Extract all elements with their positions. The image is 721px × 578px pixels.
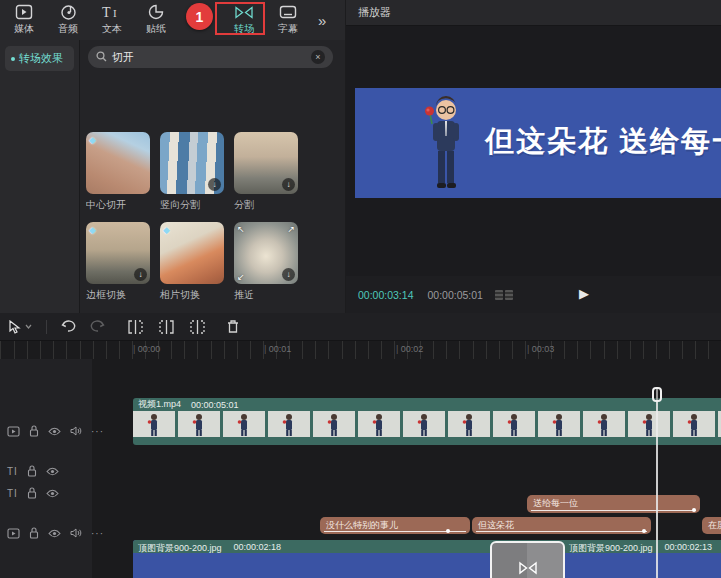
filmstrip-frame bbox=[493, 411, 538, 437]
ruler-tick-label: 00:03 bbox=[527, 344, 554, 354]
transition-item[interactable]: ↖ ↗ ↙ ↓ 推近 bbox=[234, 222, 298, 302]
delete-button[interactable] bbox=[226, 319, 240, 334]
transition-bowtie-icon bbox=[234, 5, 254, 20]
duration-line bbox=[531, 510, 696, 512]
filmstrip-frame bbox=[268, 411, 313, 437]
transition-item[interactable]: ◆ 中心切开 bbox=[86, 132, 150, 212]
duration-line bbox=[324, 531, 466, 533]
transition-label: 推近 bbox=[234, 288, 298, 302]
select-tool-button[interactable] bbox=[8, 320, 32, 334]
toolbar-expand-chevron[interactable]: » bbox=[318, 12, 326, 29]
timeline-ruler[interactable]: 00:00 00:01 00:02 00:03 bbox=[0, 341, 721, 359]
preview-subtitle-text: 但这朵花 送给每一位 bbox=[485, 122, 721, 162]
player-controls: 00:00:03:14 00:00:05:01 ▶ bbox=[346, 276, 721, 313]
video-editor-window: 媒体 音频 TI 文本 贴纸 转场 字幕 » 1 bbox=[0, 0, 721, 578]
video-clip[interactable]: 视频1.mp4 00:00:05:01 bbox=[133, 398, 721, 445]
text-clip[interactable]: 但这朵花 bbox=[472, 517, 651, 534]
transition-item[interactable]: ↓ 分割 bbox=[234, 132, 298, 212]
transition-item[interactable]: ◆ 相片切换 bbox=[160, 222, 224, 302]
tab-transition-label: 转场 bbox=[234, 22, 254, 36]
frame-view-icon[interactable] bbox=[495, 290, 513, 300]
player-panel: 播放器 bbox=[346, 0, 721, 313]
filmstrip-frame bbox=[178, 411, 223, 437]
ruler-tick-label: 00:00 bbox=[133, 344, 160, 354]
text-clip[interactable]: 在屏 bbox=[702, 517, 721, 534]
total-duration: 00:00:05:01 bbox=[427, 289, 482, 301]
tab-captions-label: 字幕 bbox=[278, 22, 298, 36]
tab-audio-label: 音频 bbox=[58, 22, 78, 36]
transition-thumb[interactable]: ↖ ↗ ↙ ↓ bbox=[234, 222, 298, 284]
split-right-button[interactable] bbox=[189, 320, 206, 334]
transition-label: 分割 bbox=[234, 198, 298, 212]
cartoon-man-figure bbox=[419, 96, 469, 198]
transition-thumb[interactable]: ↓ bbox=[234, 132, 298, 194]
video-preview: 但这朵花 送给每一位 bbox=[346, 26, 721, 276]
play-button[interactable]: ▶ bbox=[579, 286, 589, 301]
transition-bowtie-icon bbox=[517, 560, 539, 576]
tab-text-label: 文本 bbox=[102, 22, 122, 36]
playhead[interactable] bbox=[656, 387, 658, 578]
tracks-area: 视频1.mp4 00:00:05:01 送给每一位 没什么特别的事儿 但这朵花 bbox=[0, 359, 721, 578]
ruler-tick-label: 00:02 bbox=[396, 344, 423, 354]
transition-thumb[interactable]: ◆ ↓ bbox=[86, 222, 150, 284]
download-icon: ↓ bbox=[282, 178, 295, 191]
split-left-button[interactable] bbox=[127, 320, 144, 334]
transition-thumb[interactable]: ◆ bbox=[160, 222, 224, 284]
filmstrip-frame bbox=[583, 411, 628, 437]
duration-line bbox=[476, 531, 647, 533]
captions-icon bbox=[279, 4, 297, 20]
playhead-handle[interactable] bbox=[652, 387, 662, 402]
redo-button[interactable] bbox=[90, 320, 105, 333]
tab-transition[interactable]: 转场 bbox=[222, 5, 266, 36]
search-input[interactable]: 切开 bbox=[112, 50, 306, 65]
filmstrip-frame bbox=[223, 411, 268, 437]
filmstrip-frame bbox=[133, 411, 178, 437]
filmstrip-frame bbox=[313, 411, 358, 437]
transition-item[interactable]: ↓ 竖向分割 bbox=[160, 132, 224, 212]
applied-transition-clip[interactable] bbox=[490, 541, 565, 578]
player-title: 播放器 bbox=[358, 5, 391, 20]
vip-diamond-icon: ◆ bbox=[89, 225, 96, 235]
text-clip[interactable]: 送给每一位 bbox=[527, 495, 700, 513]
image-clip-label: 顶图背景900-200.jpg 00:00:02:13 bbox=[569, 542, 712, 555]
search-bar[interactable]: 切开 × bbox=[88, 46, 333, 68]
text-clip-label: 在屏 bbox=[702, 517, 721, 534]
clip-duration: 00:00:05:01 bbox=[191, 400, 239, 410]
transition-item[interactable]: ◆ ↓ 边框切换 bbox=[86, 222, 150, 302]
vip-diamond-icon: ◆ bbox=[163, 225, 170, 235]
transitions-panel: 转场效果 切开 × ◆ 中心切开 ↓ 竖向分割 ↓ bbox=[0, 40, 345, 313]
transition-thumb[interactable]: ↓ bbox=[160, 132, 224, 194]
audio-icon bbox=[60, 4, 77, 20]
image-clip[interactable]: 顶图背景900-200.jpg 00:00:02:18 bbox=[133, 540, 527, 578]
transition-thumb[interactable]: ◆ bbox=[86, 132, 150, 194]
undo-button[interactable] bbox=[61, 320, 76, 333]
filmstrip-frame bbox=[538, 411, 583, 437]
tab-media-label: 媒体 bbox=[14, 22, 34, 36]
tab-audio[interactable]: 音频 bbox=[46, 4, 90, 36]
sticker-icon bbox=[148, 4, 164, 20]
tab-sticker[interactable]: 贴纸 bbox=[134, 4, 178, 36]
video-clip-label: 视频1.mp4 00:00:05:01 bbox=[133, 398, 721, 411]
download-icon: ↓ bbox=[282, 268, 295, 281]
sidebar-item-label: 转场效果 bbox=[19, 51, 63, 66]
timeline-toolbar bbox=[0, 313, 721, 341]
timeline: 00:00 00:01 00:02 00:03 ··· TI TI bbox=[0, 313, 721, 578]
text-clip[interactable]: 没什么特别的事儿 bbox=[320, 517, 470, 534]
filmstrip-frame bbox=[358, 411, 403, 437]
tab-media[interactable]: 媒体 bbox=[2, 4, 46, 36]
vip-diamond-icon: ◆ bbox=[89, 135, 96, 145]
transitions-sidebar: 转场效果 bbox=[0, 40, 80, 313]
search-clear-icon[interactable]: × bbox=[311, 50, 325, 64]
preview-banner: 但这朵花 送给每一位 bbox=[355, 88, 721, 198]
tab-captions[interactable]: 字幕 bbox=[266, 4, 310, 36]
tab-text[interactable]: TI 文本 bbox=[90, 4, 134, 36]
download-icon: ↓ bbox=[208, 178, 221, 191]
filmstrip bbox=[133, 411, 721, 437]
svg-text:I: I bbox=[113, 7, 117, 19]
clip-name: 顶图背景900-200.jpg bbox=[138, 542, 222, 555]
sidebar-item-transition-effects[interactable]: 转场效果 bbox=[5, 46, 74, 71]
split-button[interactable] bbox=[158, 320, 175, 334]
arrow-icon: ↖ bbox=[237, 224, 245, 234]
clip-duration: 00:00:02:18 bbox=[234, 542, 282, 555]
annotation-step1-badge: 1 bbox=[186, 3, 213, 30]
